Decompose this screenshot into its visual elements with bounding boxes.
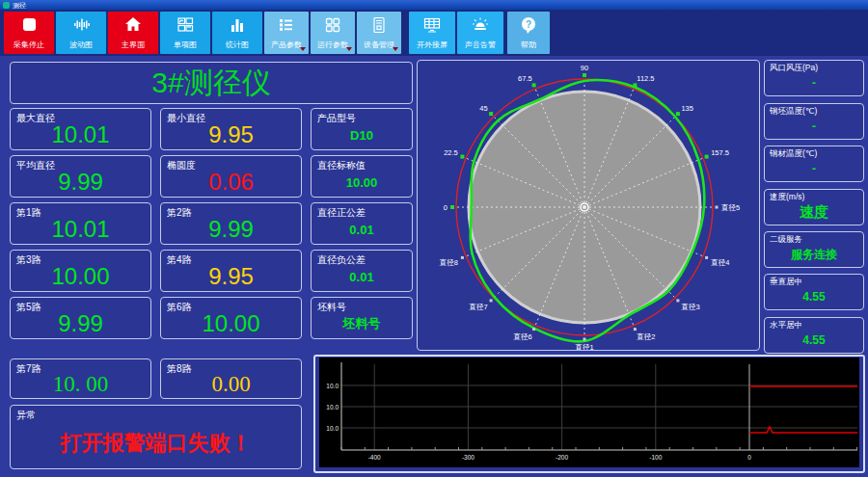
svg-text:10.0: 10.0 [326, 425, 339, 432]
sidebar-panel: 垂直居中 4.55 [764, 274, 864, 310]
toolbar-button-label: 单项图 [160, 40, 210, 50]
sidebar-panel: 水平居中 4.55 [764, 317, 864, 354]
dropdown-arrow-icon[interactable] [393, 47, 398, 51]
sidebar-panel: 速度(m/s) 速度 [764, 189, 864, 225]
svg-text:90: 90 [581, 64, 588, 72]
svg-text:?: ? [526, 19, 531, 30]
measure-cell: 直径标称值 10.00 [311, 155, 413, 198]
toolbar-button-label: 统计图 [212, 40, 262, 50]
svg-text:直径7: 直径7 [468, 303, 487, 311]
toolbar-button-2[interactable]: 波动图 [56, 12, 106, 54]
measure-cell: 第4路 9.95 [160, 250, 302, 292]
toolbar-button-5[interactable]: 统计图 [212, 12, 262, 54]
trend-chart-panel: 10.010.010.0-400-300-200-1000 [313, 355, 865, 473]
toolbar-button-9[interactable]: 开外接屏 [409, 12, 455, 54]
sidebar-panel: 二级服务 服务连接 [764, 231, 864, 268]
svg-text:直径5: 直径5 [720, 203, 740, 212]
svg-text:-100: -100 [649, 454, 662, 461]
measure-cell: 第8路 0.00 [160, 358, 302, 399]
cell-value: 10.01 [11, 122, 150, 147]
cell-value: 9.99 [11, 170, 150, 195]
toolbar-button-3[interactable]: 主界面 [108, 12, 158, 54]
window-title: 测径 [13, 2, 26, 9]
multi-chart-icon [160, 14, 210, 36]
toolbar-button-label: 帮助 [507, 40, 550, 50]
toolbar-button-8[interactable]: 设备管理 [357, 12, 401, 54]
cell-value: 0.06 [161, 170, 301, 195]
waveform-icon [56, 14, 106, 36]
toolbar-button-4[interactable]: 单项图 [160, 12, 210, 54]
toolbar-button-7[interactable]: 运行参数 [311, 12, 355, 54]
measure-cell: 坯料号 坯料号 [311, 297, 413, 339]
svg-text:112.5: 112.5 [637, 74, 654, 83]
cell-value: 9.99 [11, 311, 150, 336]
toolbar-button-10[interactable]: 声音告警 [457, 12, 503, 54]
alarm-message: 打开报警端口失败！ [11, 419, 301, 466]
sidebar-value: - [765, 116, 863, 137]
svg-text:-200: -200 [556, 454, 568, 461]
svg-text:-400: -400 [368, 454, 381, 461]
cell-value: 坯料号 [312, 311, 412, 336]
svg-text:-300: -300 [462, 454, 475, 461]
cell-value: D10 [312, 122, 412, 147]
svg-text:135: 135 [681, 104, 693, 113]
sidebar-value: - [765, 72, 863, 93]
polar-chart-panel: 022.54567.590112.5135157.5直径5直径4直径3直径2直径… [417, 60, 760, 351]
measure-cell: 产品型号 D10 [311, 108, 413, 150]
toolbar-button-label: 波动图 [56, 40, 106, 50]
sidebar-value: 4.55 [765, 286, 863, 307]
svg-text:直径4: 直径4 [710, 258, 729, 267]
svg-text:直径2: 直径2 [636, 332, 655, 341]
cell-value: 9.95 [161, 264, 301, 289]
sidebar-value: - [765, 158, 863, 179]
title-bar: 测径 [0, 0, 868, 10]
cell-value: 10. 00 [11, 373, 150, 396]
app-icon [3, 2, 10, 9]
cell-value: 10.00 [161, 311, 301, 336]
gauge-title: 3#测径仪 [151, 64, 270, 103]
sound-alarm-icon [457, 14, 503, 36]
stop-icon [4, 14, 54, 36]
sidebar-value: 4.55 [765, 330, 863, 351]
dropdown-arrow-icon[interactable] [346, 47, 352, 51]
help-icon: ? [507, 14, 550, 36]
bar-chart-icon [212, 14, 262, 36]
toolbar-button-label: 开外接屏 [409, 40, 455, 50]
measure-cell: 椭圆度 0.06 [160, 155, 302, 198]
toolbar: 采集停止 波动图 主界面 单项图 统计图 产品参数 运行参数 设备管理 [0, 10, 868, 56]
product-params-icon [264, 14, 309, 36]
measure-cell: 直径负公差 0.01 [311, 250, 413, 292]
toolbar-button-1[interactable]: 采集停止 [4, 12, 54, 54]
svg-text:67.5: 67.5 [518, 74, 532, 83]
svg-text:10.0: 10.0 [326, 404, 339, 411]
run-params-icon [311, 14, 355, 36]
gauge-title-panel: 3#测径仪 [10, 62, 413, 104]
device-manage-icon [357, 14, 401, 36]
svg-text:直径1: 直径1 [574, 343, 593, 350]
svg-text:直径6: 直径6 [513, 332, 532, 341]
cell-value: 9.95 [161, 122, 301, 147]
sidebar-value: 速度 [765, 201, 863, 223]
toolbar-button-11[interactable]: ? 帮助 [507, 12, 550, 54]
svg-text:45: 45 [479, 104, 487, 113]
sidebar-panel: 钢材温度(℃) - [764, 146, 864, 182]
dropdown-arrow-icon[interactable] [300, 47, 306, 51]
measure-cell: 第3路 10.00 [10, 250, 151, 292]
toolbar-button-6[interactable]: 产品参数 [264, 12, 309, 54]
measure-cell: 最小直径 9.95 [160, 108, 302, 150]
measure-cell: 平均直径 9.99 [10, 155, 151, 198]
measure-cell: 最大直径 10.01 [10, 108, 151, 150]
svg-text:0: 0 [444, 203, 448, 212]
cell-value: 0.00 [161, 373, 301, 396]
cell-value: 10.00 [11, 264, 150, 289]
toolbar-button-label: 主界面 [108, 40, 158, 50]
svg-text:10.0: 10.0 [326, 383, 339, 389]
svg-text:157.5: 157.5 [711, 148, 729, 157]
cell-value: 0.01 [312, 264, 412, 289]
measure-cell: 第5路 9.99 [10, 297, 151, 339]
external-screen-icon [409, 14, 455, 36]
cell-value: 10.01 [11, 217, 150, 242]
measure-cell: 第2路 9.99 [160, 202, 302, 245]
polar-chart-svg: 022.54567.590112.5135157.5直径5直径4直径3直径2直径… [418, 61, 759, 350]
cell-value: 0.01 [312, 217, 412, 242]
